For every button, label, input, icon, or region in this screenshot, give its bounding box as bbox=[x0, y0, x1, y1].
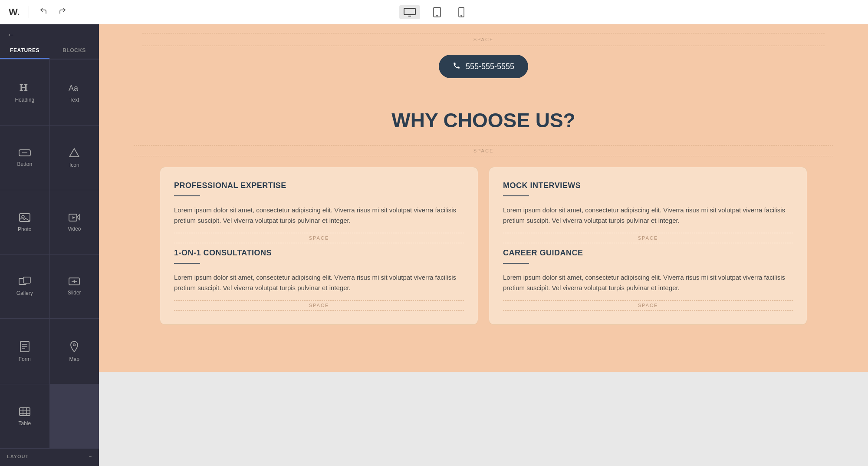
map-icon bbox=[69, 340, 79, 353]
topbar-divider bbox=[29, 6, 29, 18]
card2-divider bbox=[503, 195, 529, 196]
heading-icon: H bbox=[18, 81, 31, 93]
svg-point-6 bbox=[461, 15, 462, 16]
svg-rect-0 bbox=[404, 8, 415, 15]
slider-icon bbox=[68, 277, 80, 286]
svg-point-4 bbox=[437, 15, 437, 16]
undo-button[interactable] bbox=[36, 5, 51, 19]
device-switcher bbox=[399, 4, 469, 20]
card1-title: PROFESSIONAL EXPERTISE bbox=[174, 181, 464, 190]
sidebar-item-button-label: Button bbox=[17, 161, 32, 167]
card2-subtitle-text: Lorem ipsum dolor sit amet, consectetur … bbox=[503, 272, 793, 293]
card1-subtitle-text: Lorem ipsum dolor sit amet, consectetur … bbox=[174, 272, 464, 293]
card2-subtitle-space: SPACE bbox=[503, 300, 793, 311]
video-icon bbox=[68, 213, 80, 222]
card-mock: MOCK INTERVIEWS Lorem ipsum dolor sit am… bbox=[489, 167, 807, 325]
card1-subtitle: 1-ON-1 CONSULTATIONS bbox=[174, 248, 464, 258]
main-layout: ← FEATURES BLOCKS H Heading Aa bbox=[0, 24, 868, 466]
card2-space: SPACE bbox=[503, 233, 793, 243]
sidebar-item-heading-label: Heading bbox=[15, 97, 34, 103]
space-label-top: SPACE bbox=[142, 33, 825, 46]
photo-icon bbox=[19, 212, 31, 223]
sidebar-grid: H Heading Aa Text Button bbox=[0, 59, 99, 448]
tab-features[interactable]: FEATURES bbox=[0, 43, 49, 59]
card2-title: MOCK INTERVIEWS bbox=[503, 181, 793, 190]
sidebar-item-gallery-label: Gallery bbox=[16, 290, 33, 296]
card1-space: SPACE bbox=[174, 233, 464, 243]
topbar-actions bbox=[36, 5, 70, 19]
why-section: WHY CHOOSE US? SPACE PROFESSIONAL EXPERT… bbox=[99, 91, 868, 338]
svg-text:Aa: Aa bbox=[69, 84, 79, 93]
card1-divider bbox=[174, 195, 200, 196]
sidebar-item-video[interactable]: Video bbox=[50, 190, 99, 254]
icon-icon bbox=[69, 147, 80, 159]
card1-subtitle-divider bbox=[174, 263, 200, 264]
sidebar-item-icon-label: Icon bbox=[69, 162, 79, 168]
desktop-view-button[interactable] bbox=[399, 5, 420, 19]
sidebar-item-video-label: Video bbox=[68, 226, 81, 232]
svg-text:H: H bbox=[20, 82, 28, 93]
phone-button[interactable]: 555-555-5555 bbox=[439, 55, 528, 78]
text-icon: Aa bbox=[68, 81, 81, 93]
card2-subtitle: CAREER GUIDANCE bbox=[503, 248, 793, 258]
sidebar-item-slider-label: Slider bbox=[68, 290, 81, 296]
sidebar-item-map-label: Map bbox=[69, 356, 79, 362]
app-logo: W. bbox=[9, 7, 20, 18]
sidebar-item-slider[interactable]: Slider bbox=[50, 254, 99, 318]
back-button[interactable]: ← bbox=[7, 30, 15, 40]
table-icon bbox=[19, 407, 31, 417]
page-top: SPACE 555-555-5555 bbox=[99, 24, 868, 91]
why-title: WHY CHOOSE US? bbox=[134, 109, 833, 132]
card2-subtitle-divider bbox=[503, 263, 529, 264]
sidebar-item-text[interactable]: Aa Text bbox=[50, 59, 99, 125]
sidebar-item-heading[interactable]: H Heading bbox=[0, 59, 49, 125]
mobile-view-button[interactable] bbox=[454, 4, 469, 20]
sidebar-item-photo[interactable]: Photo bbox=[0, 190, 49, 254]
sidebar-item-map[interactable]: Map bbox=[50, 319, 99, 384]
card1-text: Lorem ipsum dolor sit amet, consectetur … bbox=[174, 205, 464, 226]
sidebar: ← FEATURES BLOCKS H Heading Aa bbox=[0, 24, 99, 466]
phone-icon bbox=[453, 62, 460, 71]
card-professional: PROFESSIONAL EXPERTISE Lorem ipsum dolor… bbox=[160, 167, 478, 325]
gallery-icon bbox=[19, 276, 31, 287]
sidebar-item-table[interactable]: Table bbox=[0, 384, 49, 448]
sidebar-item-form[interactable]: Form bbox=[0, 319, 49, 384]
sidebar-item-text-label: Text bbox=[69, 97, 79, 103]
card1-subtitle-space: SPACE bbox=[174, 300, 464, 311]
svg-marker-16 bbox=[72, 216, 75, 219]
phone-number: 555-555-5555 bbox=[466, 62, 514, 71]
topbar: W. bbox=[0, 0, 868, 24]
sidebar-layout-label: LAYOUT – bbox=[7, 454, 92, 459]
redo-button[interactable] bbox=[55, 5, 70, 19]
sidebar-item-photo-label: Photo bbox=[18, 226, 31, 232]
card2-text: Lorem ipsum dolor sit amet, consectetur … bbox=[503, 205, 793, 226]
sidebar-bottom: LAYOUT – bbox=[0, 448, 99, 466]
sidebar-back: ← bbox=[0, 24, 99, 43]
tablet-view-button[interactable] bbox=[429, 4, 445, 20]
sidebar-item-gallery[interactable]: Gallery bbox=[0, 254, 49, 318]
sidebar-item-table-label: Table bbox=[18, 420, 31, 426]
sidebar-item-form-label: Form bbox=[19, 356, 31, 362]
svg-marker-11 bbox=[69, 149, 79, 157]
sidebar-item-button[interactable]: Button bbox=[0, 126, 49, 190]
form-icon bbox=[19, 340, 30, 353]
tab-blocks[interactable]: BLOCKS bbox=[49, 43, 99, 59]
why-space-label: SPACE bbox=[134, 145, 833, 156]
canvas-content: SPACE 555-555-5555 WHY CHOOSE US? SPACE … bbox=[99, 24, 868, 372]
cards-grid: PROFESSIONAL EXPERTISE Lorem ipsum dolor… bbox=[134, 167, 833, 325]
sidebar-tabs: FEATURES BLOCKS bbox=[0, 43, 99, 59]
svg-rect-18 bbox=[23, 277, 30, 283]
sidebar-item-icon[interactable]: Icon bbox=[50, 126, 99, 190]
svg-rect-25 bbox=[20, 408, 30, 416]
svg-point-24 bbox=[73, 344, 76, 346]
button-icon bbox=[18, 148, 31, 158]
canvas-area: SPACE 555-555-5555 WHY CHOOSE US? SPACE … bbox=[99, 24, 868, 466]
